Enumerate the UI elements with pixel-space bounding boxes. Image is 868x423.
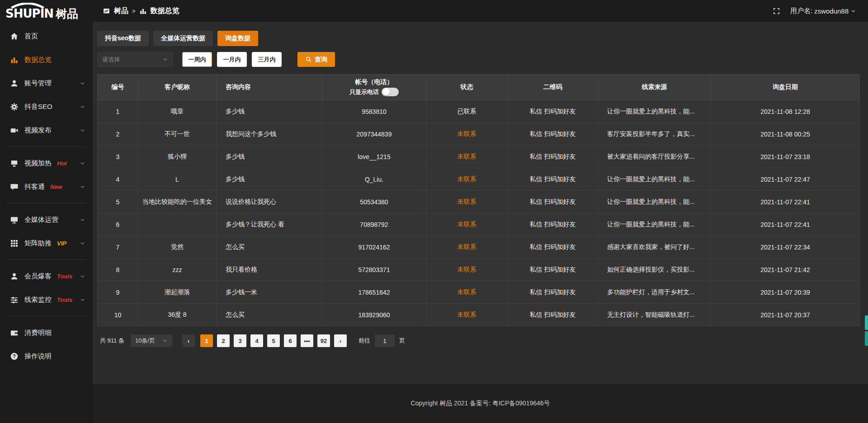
floating-widget-segment[interactable]	[865, 315, 868, 330]
grid-icon	[10, 239, 19, 248]
data-tab[interactable]: 抖音seo数据	[97, 31, 149, 46]
cell-qrcode-link[interactable]: 私信 扫码加好友	[508, 168, 598, 191]
phone-only-toggle[interactable]	[382, 88, 399, 96]
cell-content: 多少钱一米	[217, 281, 322, 304]
sidebar-item[interactable]: 视频加热 Hot	[0, 151, 93, 175]
wallet-icon	[10, 329, 19, 337]
sidebar-menu: 首页 数据总览 账号管理	[0, 23, 93, 368]
username-label: 用户名:	[790, 7, 812, 15]
cell-status: 未联系	[426, 258, 508, 281]
page-number-button[interactable]: 92	[317, 334, 330, 347]
sidebar-item-label: 抖客通	[24, 183, 45, 191]
sidebar-item[interactable]: 首页	[0, 24, 93, 48]
cell-source-link[interactable]: 让你一眼就爱上的黑科技，能...	[598, 213, 711, 236]
table-header-row: 编号 客户昵称 咨询内容 帐号（电话） 只显示电话	[98, 75, 860, 100]
fullscreen-icon[interactable]	[773, 7, 780, 15]
range-button-label: 一月内	[223, 56, 241, 64]
home-icon	[10, 32, 19, 41]
sidebar-item-label: 数据总览	[24, 56, 52, 64]
logo-arc-icon	[8, 3, 47, 9]
person-icon	[10, 272, 19, 281]
cell-content: 多少钱	[217, 146, 322, 168]
user-menu[interactable]: 用户名: zswodun88	[790, 7, 856, 15]
table-row: 4 L 多少钱 Q_Liu. 未联系 私信 扫码加好友 让你一眼就爱上的黑科技，…	[98, 168, 860, 191]
page-number-button[interactable]: 5	[267, 334, 280, 347]
cell-qrcode-link[interactable]: 私信 扫码加好友	[508, 258, 598, 281]
cell-nickname: 不可一世	[138, 123, 217, 146]
app-window: SHUPIN 树品 首页 数据总览	[0, 0, 868, 423]
page-number-button[interactable]: 3	[234, 334, 246, 347]
data-tab-label: 抖音seo数据	[105, 34, 141, 42]
cell-source-link[interactable]: 多功能护栏灯，适用于乡村文...	[598, 281, 711, 304]
sidebar-item[interactable]: 抖音SEO	[0, 95, 93, 118]
page-number-button[interactable]: •••	[301, 334, 313, 347]
sidebar-item[interactable]: 数据总览	[0, 48, 93, 71]
data-tab[interactable]: 询盘数据	[217, 31, 258, 46]
cell-content: 怎么买	[217, 304, 322, 326]
cell-qrcode-link[interactable]: 私信 扫码加好友	[508, 304, 598, 326]
sidebar-item[interactable]: 全媒体运营	[0, 208, 93, 231]
cell-source-link[interactable]: 无主灯设计，智能磁吸轨道灯...	[598, 304, 711, 326]
cell-id: 7	[98, 236, 138, 258]
cell-date: 2021-11-08 12:28	[711, 100, 860, 123]
sidebar-item-label: 矩阵助推	[24, 239, 52, 248]
range-button[interactable]: 一月内	[217, 52, 247, 67]
page-number-button[interactable]: 2	[217, 334, 230, 347]
data-tab[interactable]: 全媒体运营数据	[153, 31, 213, 46]
cell-source-link[interactable]: 让你一眼就爱上的黑科技，能...	[598, 168, 711, 191]
cell-date: 2021-11-07 22:34	[711, 236, 860, 258]
range-button[interactable]: 一周内	[182, 52, 212, 67]
sidebar-item[interactable]: 会员爆客 Tools	[0, 264, 93, 288]
board-icon	[103, 7, 110, 15]
cell-nickname: L	[138, 168, 217, 191]
breadcrumb-home[interactable]: 树品	[114, 6, 128, 16]
sidebar-item[interactable]: 抖客通 New	[0, 175, 93, 198]
sidebar-item[interactable]: ? 操作说明	[0, 344, 93, 368]
floating-widget-segment[interactable]	[865, 331, 868, 346]
cell-source-link[interactable]: 让你一眼就爱上的黑科技，能...	[598, 100, 711, 123]
cell-source-link[interactable]: 让你一眼就爱上的黑科技，能...	[598, 191, 711, 213]
sidebar-item-label: 抖音SEO	[24, 103, 52, 111]
sidebar-item[interactable]: 线索监控 Tools	[0, 288, 93, 311]
cell-qrcode-link[interactable]: 私信 扫码加好友	[508, 213, 598, 236]
sidebar-item[interactable]: 消费明细	[0, 321, 93, 344]
cell-source-link[interactable]: 客厅安装投影半年多了，真实...	[598, 123, 711, 146]
page-number-button[interactable]: 6	[284, 334, 297, 347]
prev-page-button[interactable]: ‹	[182, 334, 195, 347]
cell-qrcode-link[interactable]: 私信 扫码加好友	[508, 236, 598, 258]
cell-source-link[interactable]: 被大家追着问的客厅投影分享...	[598, 146, 711, 168]
cell-qrcode-link[interactable]: 私信 扫码加好友	[508, 191, 598, 213]
chevron-down-icon	[80, 240, 85, 246]
query-button[interactable]: 查询	[297, 52, 335, 67]
cell-source-link[interactable]: 如何正确选择投影仪，买投影...	[598, 258, 711, 281]
page-number-button[interactable]: 1	[200, 334, 213, 347]
filter-bar: 请选择 一周内 一月内 三月内	[97, 52, 860, 67]
cell-qrcode-link[interactable]: 私信 扫码加好友	[508, 100, 598, 123]
page-size-select[interactable]: 10条/页	[131, 334, 172, 347]
filter-select[interactable]: 请选择	[97, 52, 173, 67]
cell-status: 未联系	[426, 191, 508, 213]
cell-qrcode-link[interactable]: 私信 扫码加好友	[508, 146, 598, 168]
cell-source-link[interactable]: 感谢大家喜欢我家，被问了好...	[598, 236, 711, 258]
cell-status: 未联系	[426, 213, 508, 236]
goto-page-input[interactable]	[375, 334, 395, 347]
sidebar-item-label: 操作说明	[24, 352, 52, 361]
cell-qrcode-link[interactable]: 私信 扫码加好友	[508, 123, 598, 146]
cell-qrcode-link[interactable]: 私信 扫码加好友	[508, 281, 598, 304]
sidebar-item[interactable]: 矩阵助推 VIP	[0, 231, 93, 255]
sidebar-item[interactable]: 视频发布	[0, 118, 93, 142]
sidebar-item[interactable]: 账号管理	[0, 71, 93, 95]
page-list: 1 2 3 4 5 6 ••• 92	[200, 334, 334, 347]
filter-select-placeholder: 请选择	[102, 56, 120, 64]
bar-chart-icon	[10, 56, 19, 64]
cell-date: 2021-11-07 22:47	[711, 168, 860, 191]
floating-widget-handle[interactable]	[865, 315, 868, 346]
cell-nickname: 潮起潮落	[138, 281, 217, 304]
header-status: 状态	[426, 75, 508, 100]
cell-status: 已联系	[426, 100, 508, 123]
range-button[interactable]: 三月内	[252, 52, 282, 67]
next-page-button[interactable]: ›	[334, 334, 347, 347]
table-row: 6 多少钱？让我死心 看 70898792 未联系 私信 扫码加好友 让你一眼就…	[98, 213, 860, 236]
page-number-button[interactable]: 4	[250, 334, 263, 347]
sidebar-item-label: 账号管理	[24, 79, 52, 88]
